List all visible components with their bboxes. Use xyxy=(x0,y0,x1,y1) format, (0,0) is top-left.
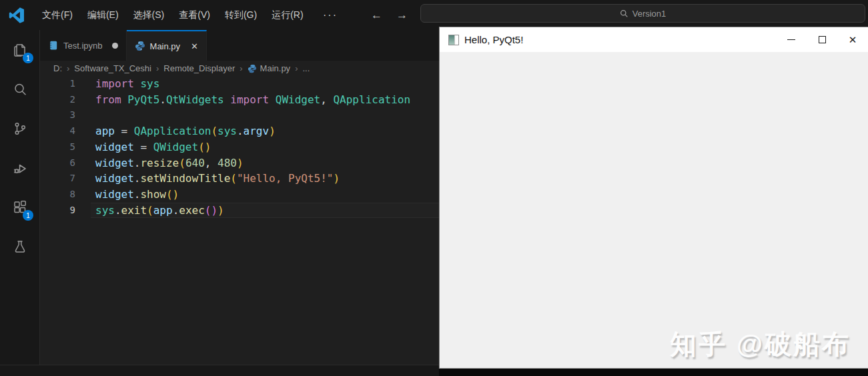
vscode-titlebar: 文件(F) 编辑(E) 选择(S) 查看(V) 转到(G) 运行(R) ··· … xyxy=(0,0,868,30)
chevron-right-icon: › xyxy=(295,63,298,73)
close-icon: ✕ xyxy=(849,35,857,45)
menu-edit[interactable]: 编辑(E) xyxy=(80,9,126,21)
code-text: sys.exit(app.exec()) xyxy=(95,203,224,219)
tab-close-icon[interactable]: ✕ xyxy=(191,41,198,51)
line-number: 6 xyxy=(40,155,75,171)
explorer-badge: 1 xyxy=(23,53,33,63)
chevron-right-icon: › xyxy=(156,63,159,73)
navigate-back-icon[interactable]: ← xyxy=(371,0,382,30)
code-text: widget.setWindowTitle("Hello, PyQt5!") xyxy=(95,171,340,187)
code-text: widget.resize(640, 480) xyxy=(95,155,244,171)
pyqt-titlebar[interactable]: Hello, PyQt5! ✕ xyxy=(440,27,868,52)
line-number: 9 xyxy=(40,203,75,219)
line-number: 5 xyxy=(40,139,75,155)
navigate-forward-icon[interactable]: → xyxy=(396,0,408,30)
code-text: app = QApplication(sys.argv) xyxy=(95,123,276,139)
pyqt-window[interactable]: Hello, PyQt5! ✕ 知乎 @破船布 xyxy=(439,27,868,369)
source-control-icon[interactable] xyxy=(0,109,39,148)
menu-run[interactable]: 运行(R) xyxy=(264,9,310,21)
testing-icon[interactable] xyxy=(0,227,39,266)
watermark: 知乎 @破船布 xyxy=(670,326,851,363)
minimize-button[interactable] xyxy=(776,27,807,52)
search-icon xyxy=(620,9,628,18)
maximize-icon xyxy=(819,36,826,43)
explorer-icon[interactable]: 1 xyxy=(0,30,39,69)
python-file-icon xyxy=(248,64,257,73)
extensions-icon[interactable]: 1 xyxy=(0,187,39,227)
maximize-button[interactable] xyxy=(807,27,837,52)
tab-label: Main.py xyxy=(150,41,181,51)
line-number: 7 xyxy=(40,171,75,187)
line-number: 4 xyxy=(40,123,75,139)
line-number: 1 xyxy=(40,76,75,92)
tab-test-ipynb[interactable]: Test.ipynb xyxy=(40,30,127,61)
tab-label: Test.ipynb xyxy=(63,41,103,51)
tab-main-py[interactable]: Main.py ✕ xyxy=(127,30,207,61)
vscode-logo-icon xyxy=(8,7,25,24)
breadcrumb-segment-folder1[interactable]: Software_TX_Ceshi xyxy=(74,63,151,73)
breadcrumb-segment-drive[interactable]: D: xyxy=(53,63,62,73)
breadcrumb-segment-folder2[interactable]: Remote_Displayer xyxy=(163,63,235,73)
below-window-gap xyxy=(439,369,868,376)
breadcrumb-segment-file[interactable]: Main.py xyxy=(260,63,291,73)
code-text: widget.show() xyxy=(95,187,179,203)
menu-selection[interactable]: 选择(S) xyxy=(126,9,172,21)
menu-goto[interactable]: 转到(G) xyxy=(218,9,264,21)
chevron-right-icon: › xyxy=(240,63,242,73)
menu-file[interactable]: 文件(F) xyxy=(35,9,80,21)
chevron-right-icon: › xyxy=(67,63,69,73)
activity-bar: 1 1 xyxy=(0,30,40,376)
line-number: 3 xyxy=(40,107,75,123)
command-center-search[interactable]: Version1 xyxy=(420,4,865,23)
run-and-debug-icon[interactable] xyxy=(0,148,39,187)
pyqt-window-title: Hello, PyQt5! xyxy=(464,34,523,45)
line-number: 2 xyxy=(40,92,75,108)
code-text: import sys xyxy=(95,76,159,92)
menu-view[interactable]: 查看(V) xyxy=(171,9,218,21)
window-controls: ✕ xyxy=(776,27,868,52)
python-file-icon xyxy=(135,41,145,51)
notebook-file-icon xyxy=(48,40,59,51)
minimize-icon xyxy=(787,39,795,40)
window-app-icon xyxy=(448,35,459,45)
pyqt-window-body: 知乎 @破船布 xyxy=(440,52,868,368)
modified-dot-icon[interactable] xyxy=(112,43,118,49)
breadcrumb-segment-symbol[interactable]: ... xyxy=(302,63,310,73)
close-button[interactable]: ✕ xyxy=(837,27,868,52)
code-text: widget = QWidget() xyxy=(95,139,211,155)
menu-bar: 文件(F) 编辑(E) 选择(S) 查看(V) 转到(G) 运行(R) xyxy=(35,0,311,30)
extensions-badge: 1 xyxy=(23,210,33,221)
line-number: 8 xyxy=(40,187,75,203)
code-text: from PyQt5.QtWidgets import QWidget, QAp… xyxy=(95,92,410,108)
search-sidebar-icon[interactable] xyxy=(0,69,39,109)
search-value: Version1 xyxy=(632,9,667,19)
menu-more-ellipsis[interactable]: ··· xyxy=(323,0,338,30)
